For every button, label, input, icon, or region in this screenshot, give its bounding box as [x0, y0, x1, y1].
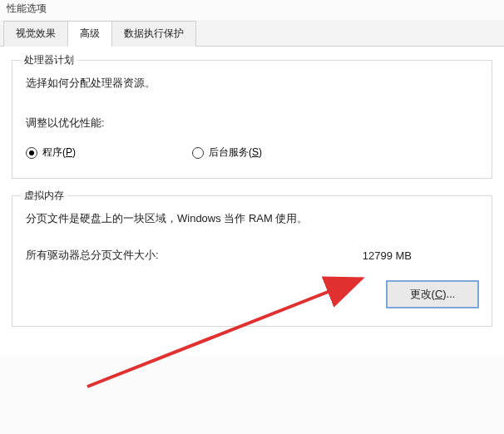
tab-advanced[interactable]: 高级 — [67, 21, 112, 47]
change-btn-suffix: )... — [442, 288, 455, 300]
radio-bg-label: 后台服务(S) — [209, 145, 262, 160]
tab-advanced-label: 高级 — [80, 27, 100, 39]
vm-group-title: 虚拟内存 — [21, 189, 67, 203]
vm-total-value: 12799 MB — [363, 249, 412, 262]
change-btn-key: C — [435, 288, 442, 300]
processor-desc: 选择如何分配处理器资源。 — [26, 76, 478, 91]
processor-group-title: 处理器计划 — [21, 53, 77, 67]
tab-strip: 视觉效果 高级 数据执行保护 — [0, 20, 504, 47]
tab-visual-label: 视觉效果 — [16, 27, 56, 39]
virtual-memory-group: 虚拟内存 分页文件是硬盘上的一块区域，Windows 当作 RAM 使用。 所有… — [12, 195, 492, 327]
tab-dep-label: 数据执行保护 — [124, 27, 184, 39]
tab-content-advanced: 处理器计划 选择如何分配处理器资源。 调整以优化性能: 程序(P) 后台服务(S… — [0, 47, 504, 357]
vm-total-label: 所有驱动器总分页文件大小: — [26, 248, 159, 263]
radio-row: 程序(P) 后台服务(S) — [26, 145, 478, 160]
radio-bg-key: S — [252, 146, 259, 158]
radio-programs-label: 程序(P) — [42, 145, 76, 160]
vm-desc: 分页文件是硬盘上的一块区域，Windows 当作 RAM 使用。 — [26, 211, 478, 226]
change-button[interactable]: 更改(C)... — [387, 281, 478, 308]
radio-bg-prefix: 后台服务( — [209, 146, 252, 158]
adjust-label: 调整以优化性能: — [26, 116, 478, 131]
radio-programs-indicator — [26, 147, 37, 159]
window-title-text: 性能选项 — [7, 2, 47, 14]
radio-programs-suffix: ) — [72, 146, 76, 158]
change-btn-prefix: 更改( — [410, 288, 435, 300]
window-title-partial: 性能选项 — [0, 0, 504, 20]
radio-programs-key: P — [66, 146, 72, 158]
processor-scheduling-group: 处理器计划 选择如何分配处理器资源。 调整以优化性能: 程序(P) 后台服务(S… — [12, 60, 492, 179]
tab-visual-effects[interactable]: 视觉效果 — [3, 21, 68, 47]
radio-programs-prefix: 程序( — [42, 146, 66, 158]
vm-total-row: 所有驱动器总分页文件大小: 12799 MB — [26, 248, 478, 263]
radio-background-services[interactable]: 后台服务(S) — [192, 145, 262, 160]
radio-bg-indicator — [192, 147, 204, 159]
tab-dep[interactable]: 数据执行保护 — [111, 21, 196, 47]
radio-bg-suffix: ) — [259, 146, 262, 158]
radio-programs[interactable]: 程序(P) — [26, 145, 76, 160]
vm-button-row: 更改(C)... — [26, 281, 478, 308]
